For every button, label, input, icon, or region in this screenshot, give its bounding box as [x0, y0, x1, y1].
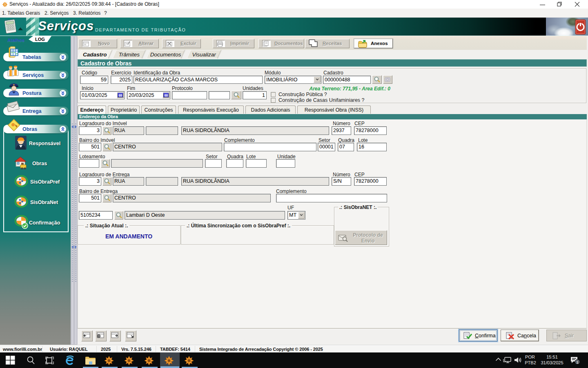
svg-text:1: 1 — [576, 360, 578, 364]
